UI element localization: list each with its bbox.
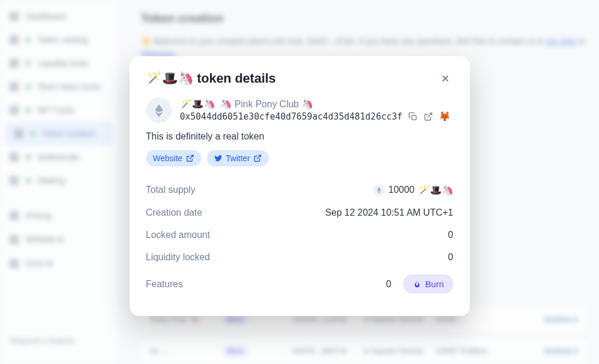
token-address-row: 0x5044dd6051e30cfe40d7659ac4d35d481d26cc… xyxy=(180,111,454,122)
burn-label: Burn xyxy=(425,279,444,289)
burn-button[interactable]: Burn xyxy=(403,274,454,294)
ethereum-icon-small xyxy=(373,184,385,196)
supply-value: 10000 xyxy=(388,185,415,195)
token-identity-row: 🪄🎩🦄 🦄 Pink Pony Club 🦄 0x5044dd6051e30cf… xyxy=(146,97,454,123)
external-link-icon xyxy=(424,112,433,121)
detail-value: 10000 🪄🎩🦄 xyxy=(373,184,454,196)
detail-label: Liquidity locked xyxy=(146,252,210,263)
token-description: This is definitely a real token xyxy=(146,131,454,142)
chip-label: Twitter xyxy=(226,154,250,163)
detail-row-creation-date: Creation date Sep 12 2024 10:51 AM UTC+1 xyxy=(146,202,454,224)
external-link-button[interactable] xyxy=(424,112,433,121)
features-right: 0 Burn xyxy=(386,274,454,294)
token-logo xyxy=(146,97,172,123)
detail-value: 0 xyxy=(386,279,391,290)
supply-suffix: 🪄🎩🦄 xyxy=(418,185,454,196)
close-button[interactable] xyxy=(437,70,454,87)
ethereum-icon xyxy=(152,103,166,117)
close-icon xyxy=(440,73,451,84)
modal-overlay[interactable]: 🪄🎩🦄 token details 🪄🎩🦄 🦄 Pink Pony Club 🦄… xyxy=(0,0,599,364)
svg-rect-0 xyxy=(412,115,416,120)
modal-header: 🪄🎩🦄 token details xyxy=(146,70,454,87)
twitter-chip[interactable]: Twitter xyxy=(207,150,269,166)
detail-row-features: Features 0 Burn xyxy=(146,268,454,300)
token-name-text: 🦄 Pink Pony Club 🦄 xyxy=(220,99,313,109)
detail-label: Total supply xyxy=(146,185,196,195)
external-link-icon xyxy=(186,154,194,162)
external-link-icon xyxy=(253,154,262,162)
title-emoji: 🪄🎩🦄 xyxy=(146,71,197,86)
detail-row-locked-amount: Locked amount 0 xyxy=(146,224,454,246)
token-details-modal: 🪄🎩🦄 token details 🪄🎩🦄 🦄 Pink Pony Club 🦄… xyxy=(130,56,470,316)
detail-value: Sep 12 2024 10:51 AM UTC+1 xyxy=(325,207,453,218)
copy-icon xyxy=(408,112,418,121)
token-emoji: 🪄🎩🦄 xyxy=(180,99,215,109)
detail-label: Features xyxy=(146,279,183,290)
fire-icon xyxy=(412,280,422,289)
detail-row-liquidity-locked: Liquidity locked 0 xyxy=(146,246,454,268)
detail-label: Locked amount xyxy=(146,230,210,240)
website-chip[interactable]: Website xyxy=(146,150,201,166)
token-address: 0x5044dd6051e30cfe40d7659ac4d35d481d26cc… xyxy=(180,111,402,122)
chip-label: Website xyxy=(153,154,182,163)
detail-value: 0 xyxy=(448,230,454,240)
metamask-button[interactable]: 🦊 xyxy=(439,111,451,122)
detail-label: Creation date xyxy=(146,207,202,218)
detail-value: 0 xyxy=(448,252,454,263)
twitter-icon xyxy=(214,154,222,162)
copy-button[interactable] xyxy=(408,112,418,121)
modal-title: 🪄🎩🦄 token details xyxy=(146,71,276,86)
detail-row-total-supply: Total supply 10000 🪄🎩🦄 xyxy=(146,178,454,202)
token-info: 🪄🎩🦄 🦄 Pink Pony Club 🦄 0x5044dd6051e30cf… xyxy=(180,98,454,122)
title-text: token details xyxy=(197,71,276,86)
link-chips: Website Twitter xyxy=(146,150,454,166)
token-name: 🪄🎩🦄 🦄 Pink Pony Club 🦄 xyxy=(180,98,454,110)
